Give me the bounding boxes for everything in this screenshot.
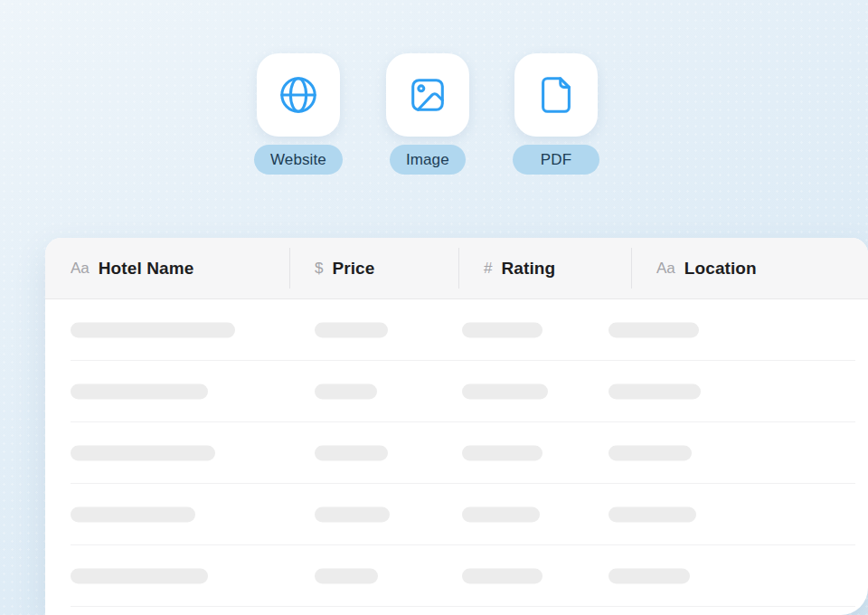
source-card-image[interactable] (386, 53, 469, 137)
source-group-pdf: PDF (513, 53, 599, 175)
source-type-row: Website Image PDF (254, 53, 599, 175)
image-icon (407, 74, 448, 116)
skeleton-bar (71, 384, 208, 400)
skeleton-bar (609, 446, 692, 461)
text-type-icon: Aa (656, 260, 675, 276)
column-header-price[interactable]: $ Price (289, 238, 458, 298)
skeleton-bar (315, 507, 390, 523)
skeleton-bar (462, 323, 542, 338)
skeleton-bar (462, 569, 542, 584)
skeleton-bar (315, 323, 388, 338)
skeleton-bar (71, 446, 215, 461)
source-card-pdf[interactable] (514, 53, 598, 137)
skeleton-bar (315, 446, 388, 461)
column-header-location[interactable]: Aa Location (631, 238, 868, 298)
skeleton-bar (462, 384, 548, 400)
column-header-rating[interactable]: # Rating (458, 238, 631, 298)
skeleton-bar (609, 569, 690, 584)
column-label: Hotel Name (99, 260, 194, 277)
table-row (45, 299, 868, 361)
table-body (45, 299, 868, 607)
column-label: Location (684, 260, 757, 277)
skeleton-bar (71, 569, 208, 584)
table-panel: Aa Hotel Name $ Price # Rating Aa Locati… (45, 238, 868, 615)
skeleton-bar (315, 384, 377, 400)
table-header: Aa Hotel Name $ Price # Rating Aa Locati… (45, 238, 868, 299)
skeleton-bar (609, 323, 699, 338)
source-badge-label: Website (270, 151, 326, 169)
table-row (45, 422, 868, 484)
column-header-hotel-name[interactable]: Aa Hotel Name (45, 238, 289, 298)
skeleton-bar (315, 569, 378, 584)
skeleton-bar (71, 507, 195, 523)
table-row (45, 545, 868, 607)
text-type-icon: Aa (71, 260, 90, 276)
currency-type-icon: $ (315, 260, 323, 276)
table-row (45, 484, 868, 545)
source-badge-image: Image (390, 145, 466, 175)
skeleton-bar (609, 384, 701, 400)
source-badge-pdf: PDF (513, 145, 599, 175)
skeleton-bar (71, 323, 235, 338)
source-badge-website: Website (254, 145, 343, 175)
table-row (45, 361, 868, 422)
source-group-website: Website (254, 53, 343, 175)
column-label: Rating (501, 260, 555, 277)
number-type-icon: # (484, 260, 492, 276)
skeleton-bar (462, 507, 540, 523)
source-badge-label: PDF (541, 151, 571, 169)
globe-icon (278, 74, 319, 116)
file-icon (535, 74, 577, 116)
skeleton-bar (462, 446, 542, 461)
source-badge-label: Image (406, 151, 449, 169)
source-group-image: Image (386, 53, 469, 175)
skeleton-bar (609, 507, 696, 523)
column-label: Price (332, 260, 374, 277)
source-card-website[interactable] (257, 53, 340, 137)
